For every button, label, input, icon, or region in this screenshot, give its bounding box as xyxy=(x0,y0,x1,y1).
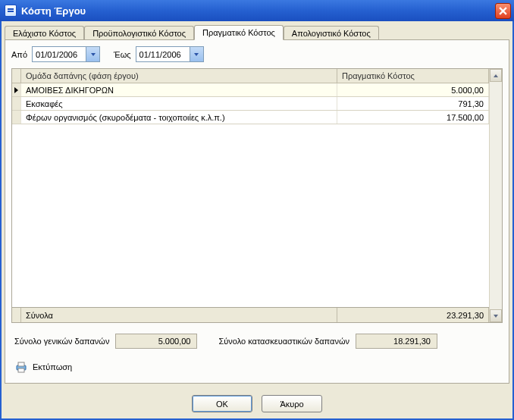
to-date-input[interactable] xyxy=(136,47,190,61)
general-sum-label: Σύνολο γενικών δαπανών xyxy=(14,337,109,346)
cell-cost: 5.000,00 xyxy=(337,83,489,96)
totals-marker xyxy=(12,308,21,322)
tab-report-cost[interactable]: Απολογιστικό Κόστος xyxy=(284,26,379,41)
cell-group: ΑΜΟΙΒΕΣ ΔΙΚΗΓΟΡΩΝ xyxy=(21,83,337,96)
tab-actual-cost[interactable]: Πραγματικό Κόστος xyxy=(194,25,284,40)
tab-label: Απολογιστικό Κόστος xyxy=(292,29,371,38)
tab-panel-actual: Από Έως Ομάδα δαπάνης (φάση έργου) xyxy=(5,39,509,384)
grid-body: ΑΜΟΙΒΕΣ ΔΙΚΗΓΟΡΩΝ 5.000,00 Εκσκαφές 791,… xyxy=(12,83,489,307)
tab-label: Προϋπολογιστικό Κόστος xyxy=(92,29,186,38)
tab-label: Πραγματικό Κόστος xyxy=(202,28,275,37)
construction-sum-value: 18.291,30 xyxy=(356,334,437,349)
current-row-icon xyxy=(14,87,18,93)
cell-group: Εκσκαφές xyxy=(21,97,337,110)
row-marker xyxy=(12,97,21,110)
ok-button[interactable]: OK xyxy=(192,395,252,412)
titlebar: Κόστη Έργου xyxy=(0,0,514,21)
table-row[interactable]: Εκσκαφές 791,30 xyxy=(12,97,489,111)
chevron-up-icon xyxy=(493,73,499,79)
svg-rect-1 xyxy=(18,362,24,366)
app-icon xyxy=(5,5,17,17)
cost-grid: Ομάδα δαπάνης (φάση έργου) Πραγματικό Κό… xyxy=(11,68,503,323)
chevron-down-icon xyxy=(493,313,499,319)
from-date-input[interactable] xyxy=(33,47,86,61)
tab-budget-cost[interactable]: Προϋπολογιστικό Κόστος xyxy=(84,26,194,41)
chevron-down-icon xyxy=(193,52,199,58)
cell-cost: 791,30 xyxy=(337,97,489,110)
totals-label: Σύνολα xyxy=(21,308,337,322)
grid-totals: Σύνολα 23.291,30 xyxy=(12,307,489,322)
cell-group: Φέρων οργανισμός (σκυροδέματα - τοιχοποι… xyxy=(21,111,337,124)
totals-value: 23.291,30 xyxy=(337,308,489,322)
close-button[interactable] xyxy=(495,3,511,19)
dialog-buttons: OK Άκυρο xyxy=(2,395,512,412)
to-date-picker[interactable] xyxy=(136,46,204,62)
cancel-button[interactable]: Άκυρο xyxy=(262,395,322,412)
scroll-up-button[interactable] xyxy=(490,69,502,82)
row-marker xyxy=(12,111,21,124)
printer-icon xyxy=(14,360,28,374)
scroll-down-button[interactable] xyxy=(490,309,502,322)
to-label: Έως xyxy=(114,50,131,59)
header-cost[interactable]: Πραγματικό Κόστος xyxy=(337,69,489,83)
grid-header: Ομάδα δαπάνης (φάση έργου) Πραγματικό Κό… xyxy=(12,69,489,83)
from-label: Από xyxy=(11,50,27,59)
tab-label: Ελάχιστο Κόστος xyxy=(13,29,76,38)
grid-main: Ομάδα δαπάνης (φάση έργου) Πραγματικό Κό… xyxy=(12,69,489,322)
header-group[interactable]: Ομάδα δαπάνης (φάση έργου) xyxy=(21,69,337,83)
print-link[interactable]: Εκτύπωση xyxy=(14,360,72,374)
print-label: Εκτύπωση xyxy=(33,362,72,371)
tab-strip: Ελάχιστο Κόστος Προϋπολογιστικό Κόστος Π… xyxy=(5,25,509,40)
scroll-track[interactable] xyxy=(490,82,502,309)
summary-row: Σύνολο γενικών δαπανών 5.000,00 Σύνολο κ… xyxy=(11,334,503,349)
close-icon xyxy=(499,7,507,15)
cell-cost: 17.500,00 xyxy=(337,111,489,124)
chevron-down-icon xyxy=(90,52,96,58)
window-body: Ελάχιστο Κόστος Προϋπολογιστικό Κόστος Π… xyxy=(0,21,514,420)
to-date-dropdown[interactable] xyxy=(190,47,203,61)
from-date-picker[interactable] xyxy=(32,46,100,62)
header-marker xyxy=(12,69,21,83)
svg-rect-2 xyxy=(18,368,24,372)
table-row[interactable]: Φέρων οργανισμός (σκυροδέματα - τοιχοποι… xyxy=(12,111,489,124)
table-row[interactable]: ΑΜΟΙΒΕΣ ΔΙΚΗΓΟΡΩΝ 5.000,00 xyxy=(12,83,489,97)
vertical-scrollbar[interactable] xyxy=(489,69,502,322)
window-title: Κόστη Έργου xyxy=(21,5,495,17)
date-filter-row: Από Έως xyxy=(11,46,503,62)
general-sum-value: 5.000,00 xyxy=(115,334,197,349)
row-marker xyxy=(12,83,21,96)
tab-min-cost[interactable]: Ελάχιστο Κόστος xyxy=(5,26,84,41)
from-date-dropdown[interactable] xyxy=(86,47,99,61)
construction-sum-label: Σύνολο κατασκευαστικών δαπανών xyxy=(218,337,349,346)
